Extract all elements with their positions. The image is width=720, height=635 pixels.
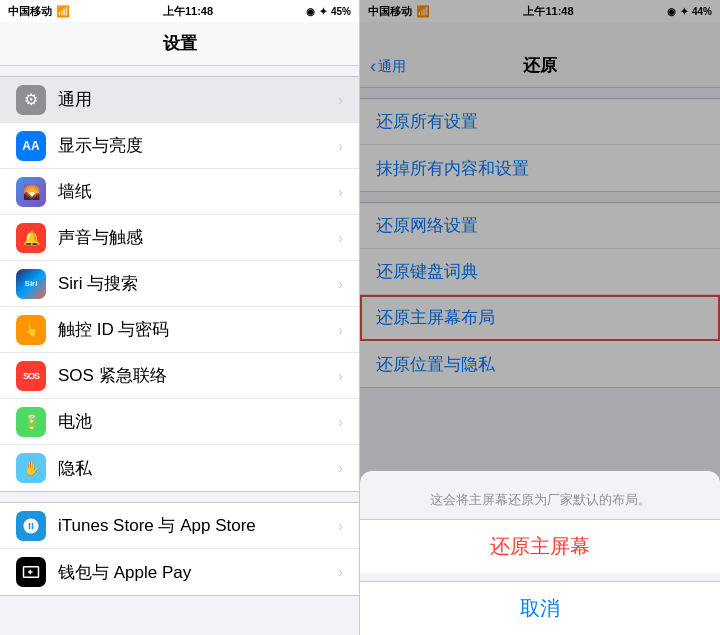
- chevron-icon: ›: [338, 460, 343, 476]
- chevron-icon: ›: [338, 518, 343, 534]
- left-page-title: 设置: [163, 32, 197, 55]
- settings-item-touch[interactable]: 👆 触控 ID 与密码 ›: [0, 307, 359, 353]
- settings-item-display[interactable]: AA 显示与亮度 ›: [0, 123, 359, 169]
- location-icon: ◉: [306, 6, 315, 17]
- chevron-icon: ›: [338, 230, 343, 246]
- settings-section-1: ⚙ 通用 › AA 显示与亮度 › 🌄 墙纸 › 🔔 声音与触感 ›: [0, 76, 359, 492]
- wallet-icon: [16, 557, 46, 587]
- siri-label: Siri 与搜索: [58, 272, 334, 295]
- touch-label: 触控 ID 与密码: [58, 318, 334, 341]
- left-status-right: ◉ ✦ 45%: [306, 6, 351, 17]
- settings-item-privacy[interactable]: ✋ 隐私 ›: [0, 445, 359, 491]
- touch-icon: 👆: [16, 315, 46, 345]
- cancel-label: 取消: [520, 595, 560, 622]
- chevron-icon: ›: [338, 322, 343, 338]
- chevron-icon: ›: [338, 276, 343, 292]
- left-status-left: 中国移动 📶: [8, 4, 70, 19]
- carrier-text: 中国移动: [8, 4, 52, 19]
- settings-item-battery[interactable]: 🔋 电池 ›: [0, 399, 359, 445]
- left-nav-bar: 设置: [0, 22, 359, 66]
- wallpaper-label: 墙纸: [58, 180, 334, 203]
- display-icon: AA: [16, 131, 46, 161]
- wallet-label: 钱包与 Apple Pay: [58, 561, 334, 584]
- left-status-bar: 中国移动 📶 上午11:48 ◉ ✦ 45%: [0, 0, 359, 22]
- confirm-label: 还原主屏幕: [490, 533, 590, 560]
- settings-item-general[interactable]: ⚙ 通用 ›: [0, 77, 359, 123]
- chevron-icon: ›: [338, 184, 343, 200]
- alert-dialog: 这会将主屏幕还原为厂家默认的布局。 还原主屏幕 取消: [360, 471, 720, 635]
- sound-icon: 🔔: [16, 223, 46, 253]
- sound-label: 声音与触感: [58, 226, 334, 249]
- display-label: 显示与亮度: [58, 134, 334, 157]
- general-label: 通用: [58, 88, 334, 111]
- alert-buttons: 还原主屏幕 取消: [360, 519, 720, 635]
- appstore-label: iTunes Store 与 App Store: [58, 514, 334, 537]
- battery-label: 电池: [58, 410, 334, 433]
- settings-item-sound[interactable]: 🔔 声音与触感 ›: [0, 215, 359, 261]
- siri-icon: Siri: [16, 269, 46, 299]
- battery-icon: 🔋: [16, 407, 46, 437]
- chevron-icon: ›: [338, 92, 343, 108]
- privacy-icon: ✋: [16, 453, 46, 483]
- chevron-icon: ›: [338, 368, 343, 384]
- alert-message: 这会将主屏幕还原为厂家默认的布局。: [360, 471, 720, 519]
- settings-list: ⚙ 通用 › AA 显示与亮度 › 🌄 墙纸 › 🔔 声音与触感 ›: [0, 66, 359, 635]
- confirm-reset-button[interactable]: 还原主屏幕: [360, 519, 720, 573]
- right-panel: 中国移动 📶 上午11:48 ◉ ✦ 44% ‹ 通用 还原 还原所有设置 抹掉…: [360, 0, 720, 635]
- wifi-icon: 📶: [56, 5, 70, 18]
- battery-text: 45%: [331, 6, 351, 17]
- bluetooth-icon: ✦: [319, 6, 327, 17]
- left-panel: 中国移动 📶 上午11:48 ◉ ✦ 45% 设置 ⚙ 通用 › AA 显示与亮…: [0, 0, 360, 635]
- settings-item-siri[interactable]: Siri Siri 与搜索 ›: [0, 261, 359, 307]
- cancel-button[interactable]: 取消: [360, 581, 720, 635]
- settings-item-wallpaper[interactable]: 🌄 墙纸 ›: [0, 169, 359, 215]
- privacy-label: 隐私: [58, 457, 334, 480]
- time-display: 上午11:48: [163, 4, 213, 19]
- settings-item-wallet[interactable]: 钱包与 Apple Pay ›: [0, 549, 359, 595]
- settings-item-sos[interactable]: SOS SOS 紧急联络 ›: [0, 353, 359, 399]
- wallpaper-icon: 🌄: [16, 177, 46, 207]
- gear-icon: ⚙: [16, 85, 46, 115]
- sos-icon: SOS: [16, 361, 46, 391]
- settings-section-2: iTunes Store 与 App Store › 钱包与 Apple Pay…: [0, 502, 359, 596]
- chevron-icon: ›: [338, 564, 343, 580]
- chevron-icon: ›: [338, 414, 343, 430]
- appstore-icon: [16, 511, 46, 541]
- chevron-icon: ›: [338, 138, 343, 154]
- settings-item-appstore[interactable]: iTunes Store 与 App Store ›: [0, 503, 359, 549]
- sos-label: SOS 紧急联络: [58, 364, 334, 387]
- alert-overlay: 这会将主屏幕还原为厂家默认的布局。 还原主屏幕 取消: [360, 0, 720, 635]
